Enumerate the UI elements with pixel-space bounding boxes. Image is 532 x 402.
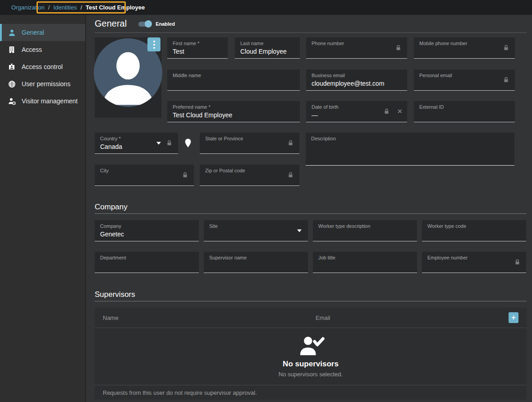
field-label: Job title — [318, 255, 412, 261]
personal-email-field[interactable]: Personal email — [414, 69, 515, 91]
state-province-field[interactable]: State or Province — [200, 133, 299, 154]
enabled-toggle-label: Enabled — [156, 21, 175, 27]
section-divider — [95, 213, 527, 214]
preferred-name-field[interactable]: Preferred name * Test Cloud Employee — [167, 101, 300, 122]
site-select[interactable]: Site — [204, 220, 308, 241]
enabled-toggle[interactable] — [138, 21, 152, 27]
visitor-clock-icon — [7, 97, 16, 106]
description-field[interactable]: Description — [306, 133, 514, 166]
worker-type-code-field[interactable]: Worker type code — [422, 220, 526, 241]
field-label: City — [100, 168, 188, 174]
lock-icon — [166, 140, 173, 147]
first-name-field[interactable]: First name * Test — [167, 37, 228, 59]
sidebar-item-label: General — [22, 29, 44, 36]
page-title: General — [95, 18, 127, 29]
sidebar-item-label: Access — [22, 46, 42, 53]
sidebar-item-access[interactable]: Access — [0, 41, 85, 58]
sidebar-item-access-control[interactable]: Access control — [0, 58, 85, 75]
sidebar-item-visitor-management[interactable]: Visitor management — [0, 92, 85, 110]
external-id-field[interactable]: External ID — [414, 101, 515, 122]
field-label: State or Province — [205, 136, 294, 142]
field-label: Zip or Postal code — [205, 168, 294, 174]
badge-icon — [7, 62, 16, 71]
supervisor-name-field[interactable]: Supervisor name — [204, 252, 308, 273]
person-check-icon — [297, 335, 325, 359]
breadcrumb-identities[interactable]: Identities — [53, 4, 77, 11]
column-header-email: Email — [316, 314, 509, 321]
add-supervisor-button[interactable]: + — [509, 312, 518, 323]
main-content: General Enabled — [86, 15, 532, 402]
chevron-down-icon[interactable] — [297, 230, 302, 232]
middle-name-field[interactable]: Middle name — [167, 69, 300, 91]
lock-icon — [182, 172, 188, 179]
business-email-field[interactable]: Business email cloudemployee@test.com — [306, 69, 407, 91]
field-value: Test — [173, 48, 222, 55]
company-field[interactable]: Company Genetec — [95, 220, 199, 241]
breadcrumb-separator: / — [80, 4, 82, 11]
breadcrumb-organization[interactable]: Organization — [11, 4, 45, 11]
field-label: Worker type code — [427, 223, 521, 229]
globe-icon — [7, 79, 16, 88]
worker-type-description-field[interactable]: Worker type description — [313, 220, 417, 241]
breadcrumb-separator: / — [48, 4, 50, 11]
field-label: Description — [311, 136, 509, 142]
field-label: Business email — [312, 73, 402, 79]
field-label: Preferred name * — [173, 104, 294, 110]
field-value: Canada — [100, 143, 173, 150]
sidebar-item-user-permissions[interactable]: User permissions — [0, 75, 85, 92]
supervisors-empty-state: No supervisors No supervisors selected. — [95, 328, 527, 385]
field-label: Company — [100, 223, 193, 229]
employee-number-field[interactable]: Employee number — [422, 252, 526, 273]
field-value: Genetec — [100, 231, 193, 238]
sidebar-item-label: User permissions — [22, 80, 70, 88]
city-field[interactable]: City — [95, 165, 194, 186]
chevron-down-icon[interactable] — [156, 142, 161, 145]
field-label: Worker type description — [318, 223, 412, 229]
field-label: Personal email — [419, 73, 509, 79]
phone-number-field[interactable]: Phone number — [306, 37, 407, 59]
sidebar: General Access Access control User permi… — [0, 15, 86, 402]
lock-icon — [503, 77, 509, 83]
field-label: Mobile phone number — [419, 41, 509, 46]
lock-icon — [395, 45, 402, 51]
mobile-phone-field[interactable]: Mobile phone number — [414, 37, 515, 59]
field-value: Cloud Employee — [240, 48, 294, 55]
sidebar-item-general[interactable]: General — [0, 24, 85, 41]
location-pin-icon — [183, 137, 193, 151]
field-label: Department — [100, 255, 193, 261]
country-select[interactable]: Country * Canada — [95, 133, 178, 154]
close-icon[interactable]: ✕ — [397, 107, 403, 116]
field-label: Employee number — [427, 255, 521, 261]
lock-icon — [514, 259, 521, 266]
supervisor-approval-note: Requests from this user do not require s… — [95, 385, 527, 400]
field-label: Last name — [240, 41, 294, 46]
field-label: Phone number — [312, 41, 402, 46]
sidebar-item-label: Visitor management — [22, 97, 78, 105]
field-label: Site — [209, 223, 303, 229]
field-label: Middle name — [173, 73, 294, 79]
department-field[interactable]: Department — [95, 252, 199, 273]
date-of-birth-field[interactable]: Date of birth — ✕ — [306, 101, 407, 122]
column-header-name: Name — [103, 314, 316, 321]
job-title-field[interactable]: Job title — [313, 252, 417, 273]
add-icon: + — [511, 314, 515, 321]
lock-icon — [287, 172, 294, 179]
breadcrumb: Organization / Identities / Test Cloud E… — [0, 0, 532, 15]
zip-postal-field[interactable]: Zip or Postal code — [200, 165, 299, 186]
field-label: Supervisor name — [209, 255, 303, 261]
empty-state-subtitle: No supervisors selected. — [279, 371, 343, 378]
header-divider — [95, 32, 527, 33]
field-label: First name * — [173, 41, 222, 46]
field-label: External ID — [419, 104, 509, 110]
last-name-field[interactable]: Last name Cloud Employee — [235, 37, 300, 59]
supervisors-section-title: Supervisors — [95, 290, 527, 299]
kebab-menu-icon[interactable] — [147, 37, 161, 51]
lock-icon — [287, 140, 294, 147]
person-icon — [7, 28, 16, 37]
company-section-title: Company — [95, 203, 527, 212]
supervisors-table-header: Name Email + — [95, 308, 527, 328]
lock-icon — [503, 45, 509, 51]
sidebar-item-label: Access control — [22, 63, 63, 70]
field-value: cloudemployee@test.com — [312, 80, 402, 87]
supervisors-table: Name Email + No supervisors No superviso… — [95, 308, 527, 400]
